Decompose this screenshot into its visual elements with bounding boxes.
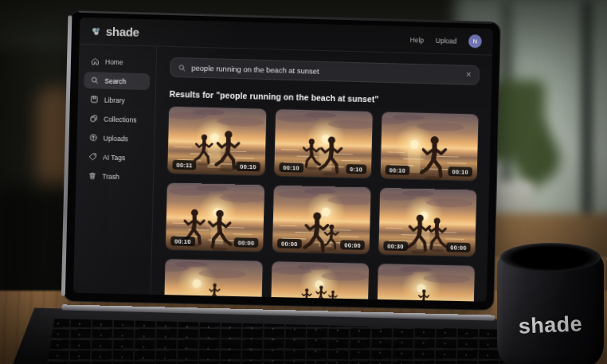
- sidebar-item-uploads[interactable]: Uploads: [82, 129, 148, 147]
- duration-badge-left: 00:00: [277, 238, 302, 249]
- duration-badge-right: 00:10: [236, 162, 260, 172]
- sidebar-item-label: Collections: [104, 115, 137, 123]
- sidebar-item-ai-tags[interactable]: AI Tags: [82, 148, 148, 166]
- mug-opening: [500, 243, 601, 272]
- video-card[interactable]: 00:1100:10: [167, 107, 266, 176]
- shade-app-window: shade Help Upload N HomeSearchLibraryCol…: [73, 18, 493, 302]
- video-card[interactable]: 00:3000:00: [378, 188, 476, 256]
- sidebar-item-label: Trash: [102, 172, 119, 181]
- video-card-partial[interactable]: [271, 261, 370, 302]
- coffee-mug: shade: [495, 243, 605, 364]
- sidebar-item-library[interactable]: Library: [84, 91, 150, 109]
- main-content: ✕ Results for "people running on the bea…: [151, 46, 492, 301]
- upload-button[interactable]: Upload: [436, 37, 457, 45]
- laptop: shade Help Upload N HomeSearchLibraryCol…: [44, 4, 515, 364]
- sidebar-item-search[interactable]: Search: [84, 72, 150, 90]
- search-icon: [90, 76, 99, 84]
- duration-badge-left: 00:11: [172, 160, 196, 170]
- office-scene: shade Help Upload N HomeSearchLibraryCol…: [0, 0, 607, 364]
- search-bar[interactable]: ✕: [170, 57, 480, 85]
- tag-icon: [88, 152, 97, 161]
- results-heading: Results for "people running on the beach…: [170, 89, 480, 107]
- shade-logo-icon: [91, 25, 102, 37]
- video-card-partial[interactable]: [164, 259, 263, 302]
- sidebar-item-home[interactable]: Home: [84, 53, 151, 71]
- shade-logo[interactable]: shade: [91, 24, 139, 39]
- video-card[interactable]: 00:1000:00: [166, 182, 264, 252]
- home-icon: [91, 57, 100, 65]
- mug-brand-label: shade: [495, 311, 605, 340]
- window-frame-bar: [582, 0, 593, 239]
- duration-badge-left: 00:10: [170, 236, 195, 246]
- duration-badge-right: 00:10: [448, 166, 472, 177]
- video-card[interactable]: 00:100:10: [274, 109, 373, 178]
- video-thumbnail: [271, 261, 370, 302]
- sidebar-item-label: Library: [104, 96, 125, 104]
- video-card-partial[interactable]: [377, 264, 475, 302]
- video-card[interactable]: 00:1000:10: [381, 112, 479, 181]
- sidebar-item-label: Uploads: [104, 134, 128, 143]
- video-thumbnail: [377, 264, 475, 302]
- duration-badge-left: 00:30: [383, 241, 408, 252]
- laptop-base: [6, 303, 546, 364]
- sidebar-item-label: AI Tags: [103, 153, 125, 162]
- search-input[interactable]: [191, 64, 460, 80]
- help-link[interactable]: Help: [410, 36, 424, 44]
- sidebar-item-label: Search: [104, 76, 126, 85]
- duration-badge-right: 00:00: [446, 242, 470, 252]
- duration-badge-left: 00:10: [279, 162, 304, 173]
- results-grid: 00:1100:1000:100:1000:1000:1000:1000:000…: [164, 107, 479, 302]
- video-thumbnail: [164, 259, 263, 302]
- library-icon: [90, 95, 99, 104]
- trash-icon: [88, 171, 96, 180]
- sidebar: HomeSearchLibraryCollectionsUploadsAI Ta…: [73, 45, 157, 295]
- duration-badge-right: 00:00: [234, 237, 259, 248]
- upload-circle-icon: [89, 133, 98, 142]
- sidebar-item-trash[interactable]: Trash: [81, 167, 147, 186]
- duration-badge-left: 00:10: [386, 165, 410, 175]
- user-avatar[interactable]: N: [468, 34, 482, 48]
- sidebar-item-collections[interactable]: Collections: [83, 110, 149, 128]
- collections-icon: [89, 114, 98, 123]
- video-card[interactable]: 00:0000:00: [272, 186, 371, 254]
- duration-badge-right: 00:00: [340, 240, 365, 250]
- search-icon: [178, 64, 186, 72]
- sidebar-item-label: Home: [105, 57, 123, 66]
- app-title: shade: [106, 25, 139, 39]
- laptop-screen: shade Help Upload N HomeSearchLibraryCol…: [64, 11, 500, 310]
- duration-badge-right: 0:10: [346, 164, 366, 174]
- laptop-keyboard: [46, 319, 505, 364]
- clear-search-icon[interactable]: ✕: [465, 72, 472, 79]
